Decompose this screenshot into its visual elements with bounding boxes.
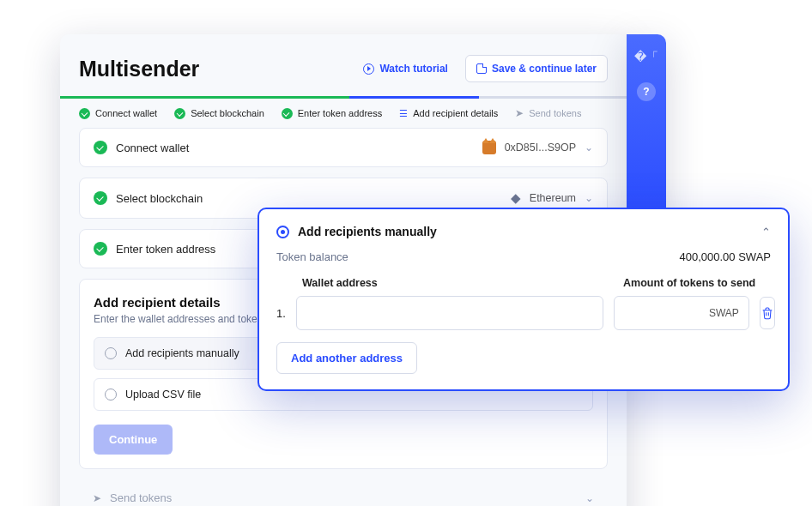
save-continue-button[interactable]: Save & continue later (465, 55, 608, 82)
check-icon (94, 242, 107, 256)
trash-icon (760, 306, 774, 320)
col-amount-label: Amount of tokens to send (623, 277, 771, 289)
wallet-address: 0xD85I...S9OP (505, 142, 576, 154)
side-rail: �「 ? (627, 34, 666, 223)
amount-suffix: SWAP (709, 307, 739, 319)
token-balance-label: Token balance (276, 250, 348, 263)
panel-connect-wallet[interactable]: Connect wallet 0xD85I...S9OP ⌄ (79, 128, 608, 167)
collapse-icon[interactable]: �「 (634, 50, 658, 65)
header-actions: Watch tutorial Save & continue later (353, 55, 608, 82)
send-icon: ➤ (515, 107, 524, 119)
token-balance-value: 400,000.00 SWAP (680, 250, 771, 263)
chevron-down-icon: ⌄ (585, 192, 593, 204)
header: Multisender Watch tutorial Save & contin… (60, 55, 627, 96)
overlay-header: Add recipients manually ⌃ (276, 225, 771, 238)
step-send-tokens[interactable]: ➤Send tokens (515, 107, 581, 119)
add-another-button[interactable]: Add another address (276, 342, 417, 374)
recipient-row: 1. SWAP (276, 296, 771, 330)
step-connect-wallet[interactable]: Connect wallet (79, 108, 157, 119)
continue-button[interactable]: Continue (94, 425, 173, 455)
chevron-down-icon: ⌄ (585, 492, 594, 504)
blockchain-name: Ethereum (530, 192, 576, 204)
progress-current (349, 96, 480, 99)
delete-row-button[interactable] (760, 297, 775, 329)
panel-send-tokens[interactable]: ➤Send tokens ⌄ (79, 479, 608, 506)
check-icon (282, 108, 293, 119)
step-enter-token[interactable]: Enter token address (282, 108, 382, 119)
check-icon (174, 108, 185, 119)
add-recipients-overlay: Add recipients manually ⌃ Token balance … (258, 208, 790, 391)
radio-icon (105, 389, 117, 401)
step-select-blockchain[interactable]: Select blockchain (174, 108, 264, 119)
play-icon (363, 63, 374, 75)
progress-bar (60, 96, 627, 99)
watch-tutorial-button[interactable]: Watch tutorial (353, 55, 458, 82)
radio-icon (105, 347, 117, 359)
metamask-icon (482, 141, 496, 154)
token-balance-row: Token balance 400,000.00 SWAP (276, 250, 771, 263)
send-icon: ➤ (93, 492, 101, 504)
row-number: 1. (276, 307, 286, 320)
col-wallet-label: Wallet address (302, 277, 611, 289)
radio-selected-icon[interactable] (276, 226, 289, 238)
check-icon (79, 108, 90, 119)
stepper: Connect wallet Select blockchain Enter t… (60, 107, 627, 128)
save-continue-label: Save & continue later (492, 63, 597, 75)
chevron-down-icon: ⌄ (585, 142, 593, 154)
progress-complete (60, 96, 349, 99)
step-add-recipients[interactable]: ☰Add recipient details (399, 108, 498, 119)
ethereum-icon: ◆ (511, 190, 521, 206)
watch-tutorial-label: Watch tutorial (379, 63, 448, 75)
help-badge[interactable]: ? (637, 82, 656, 101)
column-labels: Wallet address Amount of tokens to send (276, 277, 771, 289)
save-icon (476, 63, 487, 74)
chevron-up-icon[interactable]: ⌃ (761, 226, 771, 238)
check-icon (94, 141, 107, 154)
list-icon: ☰ (399, 108, 408, 119)
overlay-title: Add recipients manually (298, 225, 437, 238)
page-title: Multisender (79, 57, 199, 81)
wallet-address-input[interactable] (296, 296, 603, 330)
amount-input-wrap: SWAP (614, 296, 749, 330)
check-icon (94, 191, 107, 205)
